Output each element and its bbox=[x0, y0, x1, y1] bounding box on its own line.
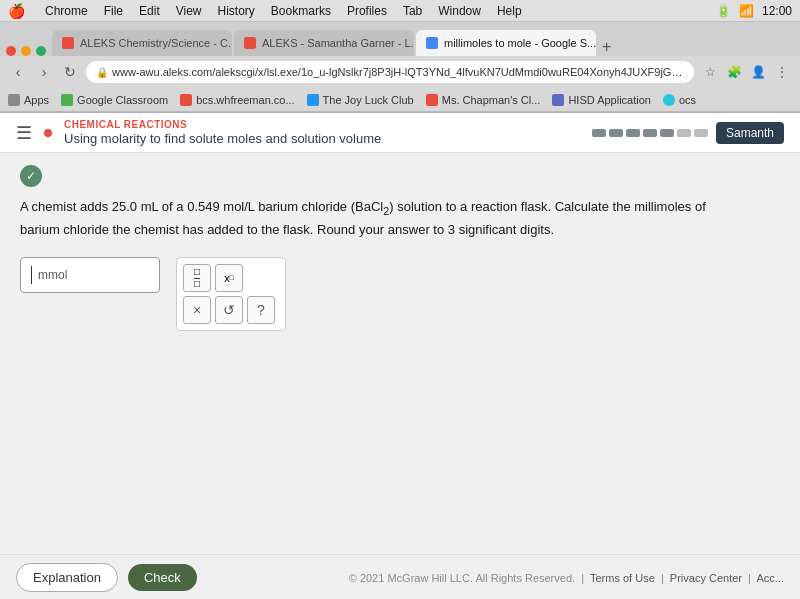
hamburger-menu[interactable]: ☰ bbox=[16, 122, 32, 144]
user-badge[interactable]: Samanth bbox=[716, 122, 784, 144]
aleks-bottom-bar: Explanation Check © 2021 McGraw Hill LLC… bbox=[0, 554, 800, 599]
menu-help[interactable]: Help bbox=[497, 4, 522, 18]
clear-button[interactable]: × bbox=[183, 296, 211, 324]
tab2-label: ALEKS - Samantha Garner - L... bbox=[262, 37, 414, 49]
menu-chrome[interactable]: Chrome bbox=[45, 4, 88, 18]
menu-profiles[interactable]: Profiles bbox=[347, 4, 387, 18]
expand-chevron-button[interactable]: ✓ bbox=[20, 165, 42, 187]
address-bar[interactable]: 🔒 www-awu.aleks.com/alekscgi/x/lsl.exe/1… bbox=[86, 61, 694, 83]
tab3-favicon bbox=[426, 37, 438, 49]
terms-of-use-link[interactable]: Terms of Use bbox=[590, 572, 655, 584]
bookmark-hisd[interactable]: HISD Application bbox=[552, 94, 651, 106]
bookmark-bcs[interactable]: bcs.whfreeman.co... bbox=[180, 94, 294, 106]
reload-button[interactable]: ↻ bbox=[60, 62, 80, 82]
superscript-button[interactable]: x□ bbox=[215, 264, 243, 292]
topic-title: Using molarity to find solute moles and … bbox=[64, 131, 381, 146]
progress-dot-3 bbox=[626, 129, 640, 137]
nav-right: Samanth bbox=[592, 122, 784, 144]
apps-bookmark-icon bbox=[8, 94, 20, 106]
keypad-top-row: □ □ x□ bbox=[183, 264, 279, 292]
bookmark-star-button[interactable]: ☆ bbox=[700, 62, 720, 82]
fraction-button[interactable]: □ □ bbox=[183, 264, 211, 292]
bookmark-apps-label: Apps bbox=[24, 94, 49, 106]
help-button[interactable]: ? bbox=[247, 296, 275, 324]
wifi-icon: 📶 bbox=[739, 4, 754, 18]
browser-chrome: ALEKS Chemistry/Science - C... ✕ ALEKS -… bbox=[0, 22, 800, 113]
menu-bookmarks[interactable]: Bookmarks bbox=[271, 4, 331, 18]
hisd-icon bbox=[552, 94, 564, 106]
browser-actions: ☆ 🧩 👤 ⋮ bbox=[700, 62, 792, 82]
math-keypad: □ □ x□ × ↺ ? bbox=[176, 257, 286, 331]
bookmark-apps[interactable]: Apps bbox=[8, 94, 49, 106]
lock-icon: 🔒 bbox=[96, 67, 108, 78]
menu-edit[interactable]: Edit bbox=[139, 4, 160, 18]
address-bar-row: ‹ › ↻ 🔒 www-awu.aleks.com/alekscgi/x/lsl… bbox=[0, 56, 800, 88]
bookmark-ocs[interactable]: ocs bbox=[663, 94, 696, 106]
apple-menu[interactable]: 🍎 bbox=[8, 3, 25, 19]
bookmark-joy-luck[interactable]: The Joy Luck Club bbox=[307, 94, 414, 106]
privacy-center-link[interactable]: Privacy Center bbox=[670, 572, 742, 584]
menu-history[interactable]: History bbox=[218, 4, 255, 18]
joy-luck-icon bbox=[307, 94, 319, 106]
ocs-icon bbox=[663, 94, 675, 106]
tab3-label: millimoles to mole - Google S... bbox=[444, 37, 596, 49]
url-text: www-awu.aleks.com/alekscgi/x/lsl.exe/1o_… bbox=[112, 66, 684, 78]
forward-button[interactable]: › bbox=[34, 62, 54, 82]
footer-copyright: © 2021 McGraw Hill LLC. All Rights Reser… bbox=[349, 572, 784, 584]
bookmark-joy-luck-label: The Joy Luck Club bbox=[323, 94, 414, 106]
question-text: A chemist adds 25.0 mL of a 0.549 mol/L … bbox=[20, 197, 740, 241]
tab1-label: ALEKS Chemistry/Science - C... bbox=[80, 37, 232, 49]
bookmark-hisd-label: HISD Application bbox=[568, 94, 651, 106]
bookmark-ms-chapmans-label: Ms. Chapman's Cl... bbox=[442, 94, 541, 106]
aleks-content: ✓ A chemist adds 25.0 mL of a 0.549 mol/… bbox=[0, 153, 800, 554]
answer-input[interactable]: mmol bbox=[20, 257, 160, 293]
bookmark-ocs-label: ocs bbox=[679, 94, 696, 106]
menu-bar-right: 🔋 📶 12:00 bbox=[716, 4, 792, 18]
undo-button[interactable]: ↺ bbox=[215, 296, 243, 324]
section-label: CHEMICAL REACTIONS bbox=[64, 119, 381, 130]
menu-tab[interactable]: Tab bbox=[403, 4, 422, 18]
bcs-icon bbox=[180, 94, 192, 106]
bookmarks-bar: Apps Google Classroom bcs.whfreeman.co..… bbox=[0, 88, 800, 112]
window-controls[interactable] bbox=[6, 46, 46, 56]
menu-view[interactable]: View bbox=[176, 4, 202, 18]
aleks-app: ☰ CHEMICAL REACTIONS Using molarity to f… bbox=[0, 113, 800, 599]
bookmark-ms-chapmans[interactable]: Ms. Chapman's Cl... bbox=[426, 94, 541, 106]
google-classroom-icon bbox=[61, 94, 73, 106]
bookmark-google-classroom[interactable]: Google Classroom bbox=[61, 94, 168, 106]
progress-dot-6 bbox=[677, 129, 691, 137]
extensions-button[interactable]: 🧩 bbox=[724, 62, 744, 82]
minimize-window-button[interactable] bbox=[21, 46, 31, 56]
check-button[interactable]: Check bbox=[128, 564, 197, 591]
clock: 12:00 bbox=[762, 4, 792, 18]
browser-tab-3[interactable]: millimoles to mole - Google S... ✕ bbox=[416, 30, 596, 56]
copyright-text: © 2021 McGraw Hill LLC. All Rights Reser… bbox=[349, 572, 575, 584]
unit-label: mmol bbox=[38, 268, 67, 282]
aleks-dot bbox=[44, 129, 52, 137]
back-button[interactable]: ‹ bbox=[8, 62, 28, 82]
progress-dot-4 bbox=[643, 129, 657, 137]
text-cursor bbox=[31, 266, 32, 284]
bookmark-google-classroom-label: Google Classroom bbox=[77, 94, 168, 106]
macos-menu-bar: 🍎 Chrome File Edit View History Bookmark… bbox=[0, 0, 800, 22]
keypad-bottom-row: × ↺ ? bbox=[183, 296, 279, 324]
menu-window[interactable]: Window bbox=[438, 4, 481, 18]
new-tab-button[interactable]: + bbox=[598, 38, 615, 56]
browser-tab-2[interactable]: ALEKS - Samantha Garner - L... ✕ bbox=[234, 30, 414, 56]
tab1-favicon bbox=[62, 37, 74, 49]
ms-chapmans-icon bbox=[426, 94, 438, 106]
progress-dot-1 bbox=[592, 129, 606, 137]
progress-dot-2 bbox=[609, 129, 623, 137]
progress-indicator bbox=[592, 129, 708, 137]
maximize-window-button[interactable] bbox=[36, 46, 46, 56]
menu-dots-button[interactable]: ⋮ bbox=[772, 62, 792, 82]
explanation-button[interactable]: Explanation bbox=[16, 563, 118, 592]
close-window-button[interactable] bbox=[6, 46, 16, 56]
answer-section: mmol □ □ x□ × ↺ bbox=[20, 257, 780, 331]
menu-file[interactable]: File bbox=[104, 4, 123, 18]
tab2-favicon bbox=[244, 37, 256, 49]
accessibility-link[interactable]: Acc... bbox=[756, 572, 784, 584]
progress-dot-5 bbox=[660, 129, 674, 137]
browser-tab-1[interactable]: ALEKS Chemistry/Science - C... ✕ bbox=[52, 30, 232, 56]
profile-button[interactable]: 👤 bbox=[748, 62, 768, 82]
